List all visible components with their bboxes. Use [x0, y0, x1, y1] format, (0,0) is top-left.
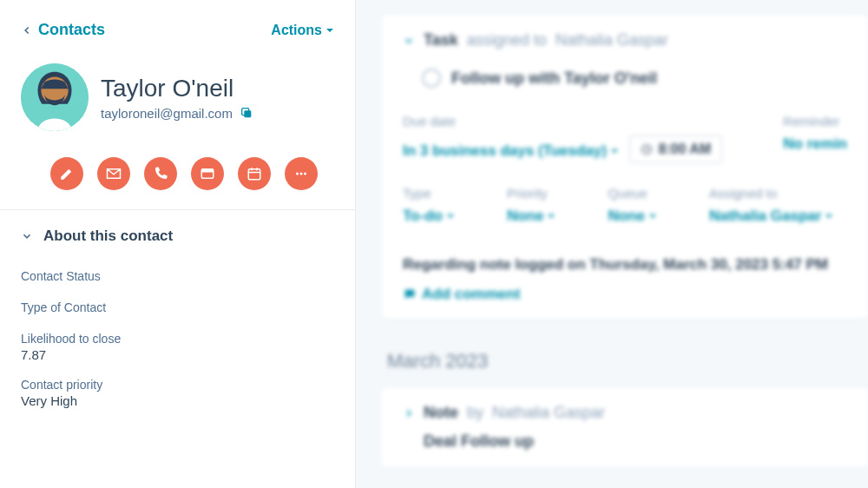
svg-rect-6: [248, 169, 260, 180]
task-card[interactable]: Task assigned to Nathalia Gaspar Follow …: [382, 16, 868, 319]
assigned-to-dropdown[interactable]: Nathalia Gaspar: [709, 208, 833, 225]
caret-down-icon: [648, 212, 657, 221]
window-icon: [200, 166, 215, 181]
svg-point-12: [304, 173, 306, 175]
type-label: Type: [403, 186, 455, 201]
svg-rect-2: [244, 110, 251, 117]
task-note-logged: Regarding note logged on Thursday, March…: [403, 241, 847, 286]
add-comment-button[interactable]: Add comment: [403, 286, 847, 303]
dots-icon: [293, 166, 309, 181]
clock-icon: [641, 143, 653, 155]
task-checkbox[interactable]: [422, 69, 441, 88]
note-card[interactable]: Note by Nathalia Gaspar Deal Follow up: [382, 388, 868, 466]
note-card-header[interactable]: Note by Nathalia Gaspar: [403, 404, 847, 422]
email-button[interactable]: [97, 157, 130, 190]
field-contact-status[interactable]: Contact Status: [21, 269, 334, 285]
priority-label: Priority: [507, 186, 556, 201]
field-value: 7.87: [21, 347, 334, 362]
contact-email[interactable]: tayloroneil@gmail.com: [101, 106, 233, 121]
svg-rect-5: [201, 169, 214, 173]
note-title: Deal Follow up: [403, 432, 847, 451]
back-to-contacts-button[interactable]: Contacts: [21, 21, 105, 39]
chevron-left-icon: [21, 24, 33, 36]
chevron-down-icon: [403, 35, 415, 47]
log-button[interactable]: [191, 157, 224, 190]
copy-icon[interactable]: [240, 106, 253, 120]
actions-label: Actions: [271, 23, 322, 38]
note-label: Note: [424, 404, 458, 422]
field-contact-priority[interactable]: Contact priority Very High: [21, 378, 334, 408]
contact-name: Taylor O'neil: [101, 75, 253, 102]
activity-panel: Task assigned to Nathalia Gaspar Follow …: [356, 0, 868, 488]
call-button[interactable]: [144, 157, 177, 190]
task-due-row: Due date In 3 business days (Tuesday) 8:…: [403, 107, 847, 179]
field-label: Contact priority: [21, 378, 334, 392]
caret-down-icon: [610, 147, 619, 155]
note-by-prefix: by: [467, 404, 483, 422]
assigned-name: Nathalia Gaspar: [556, 31, 668, 49]
contact-info: Taylor O'neil tayloroneil@gmail.com: [101, 75, 253, 121]
actions-dropdown[interactable]: Actions: [271, 23, 334, 38]
task-title-row: Follow up with Taylor O'neil: [403, 63, 847, 107]
chevron-right-icon: [403, 407, 415, 419]
about-header-label: About this contact: [43, 228, 173, 245]
caret-down-icon: [547, 212, 556, 221]
due-date-label: Due date: [403, 114, 731, 129]
action-buttons-row: [0, 147, 355, 209]
about-section-header[interactable]: About this contact: [0, 209, 355, 262]
about-fields: Contact Status Type of Contact Likelihoo…: [0, 262, 355, 429]
field-label: Contact Status: [21, 269, 334, 283]
pencil-icon: [59, 166, 75, 181]
caret-down-icon: [446, 212, 455, 221]
comment-icon: [403, 287, 417, 301]
envelope-icon: [106, 166, 122, 181]
field-type-of-contact[interactable]: Type of Contact: [21, 300, 334, 316]
task-button[interactable]: [238, 157, 271, 190]
queue-label: Queue: [608, 186, 657, 201]
back-label: Contacts: [38, 21, 105, 39]
reminder-label: Reminder: [783, 114, 847, 129]
phone-icon: [153, 166, 168, 181]
task-card-header[interactable]: Task assigned to Nathalia Gaspar: [403, 31, 847, 49]
type-dropdown[interactable]: To-do: [403, 208, 455, 225]
task-label: Task: [424, 31, 458, 49]
contact-sidebar: Contacts Actions Taylor O'neil taylorone…: [0, 0, 356, 488]
month-header: March 2023: [382, 343, 868, 388]
assigned-prefix: assigned to: [467, 31, 547, 49]
caret-down-icon: [326, 26, 334, 35]
calendar-icon: [247, 166, 262, 181]
contact-header: Taylor O'neil tayloroneil@gmail.com: [0, 46, 355, 147]
task-title: Follow up with Taylor O'neil: [451, 69, 657, 88]
note-author: Nathalia Gaspar: [492, 404, 605, 422]
svg-point-11: [300, 173, 303, 175]
queue-dropdown[interactable]: None: [608, 208, 657, 225]
assigned-to-label: Assigned to: [709, 186, 833, 201]
task-meta-row: Type To-do Priority None Queue None Assi…: [403, 179, 847, 241]
avatar[interactable]: [21, 63, 89, 131]
due-date-dropdown[interactable]: In 3 business days (Tuesday): [403, 142, 619, 160]
field-label: Type of Contact: [21, 300, 334, 314]
field-label: Likelihood to close: [21, 332, 334, 346]
compose-note-button[interactable]: [50, 157, 83, 190]
reminder-dropdown[interactable]: No remin: [783, 135, 847, 153]
sidebar-header: Contacts Actions: [0, 0, 355, 46]
due-time-input[interactable]: 8:00 AM: [629, 135, 722, 163]
field-likelihood-to-close[interactable]: Likelihood to close 7.87: [21, 332, 334, 362]
svg-point-10: [296, 173, 299, 175]
field-value: Very High: [21, 393, 334, 408]
chevron-down-icon: [21, 230, 33, 242]
more-button[interactable]: [285, 157, 318, 190]
priority-dropdown[interactable]: None: [507, 208, 556, 225]
caret-down-icon: [825, 212, 833, 221]
